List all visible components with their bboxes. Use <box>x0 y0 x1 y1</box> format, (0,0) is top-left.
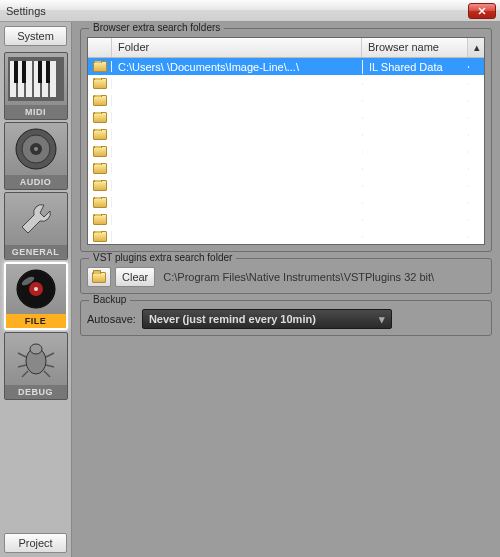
folder-icon <box>92 272 106 283</box>
system-button[interactable]: System <box>4 26 67 46</box>
tab-file[interactable]: FILE <box>4 262 68 330</box>
tab-label: AUDIO <box>5 175 67 189</box>
close-button[interactable] <box>468 3 496 19</box>
titlebar: Settings <box>0 0 500 22</box>
table-row[interactable] <box>88 126 484 143</box>
bug-icon <box>5 333 67 385</box>
browse-folder-button[interactable] <box>87 267 111 287</box>
close-icon <box>478 7 486 15</box>
tab-label: MIDI <box>5 105 67 119</box>
folder-icon <box>93 231 107 242</box>
wrench-icon <box>5 193 67 245</box>
tab-label: DEBUG <box>5 385 67 399</box>
folder-icon <box>93 163 107 174</box>
window-title: Settings <box>6 5 468 17</box>
table-body: C:\Users\ \Documents\Image-Line\...\ IL … <box>88 58 484 244</box>
folder-icon <box>93 146 107 157</box>
svg-rect-3 <box>26 61 32 97</box>
table-row[interactable] <box>88 75 484 92</box>
sidebar: System MIDI AUDIO GENERAL <box>0 22 72 557</box>
table-header: Folder Browser name ▴ <box>88 38 484 58</box>
col-folder[interactable]: Folder <box>112 38 362 57</box>
clear-button[interactable]: Clear <box>115 267 155 287</box>
col-icon[interactable] <box>88 38 112 57</box>
svg-rect-7 <box>14 61 18 83</box>
tab-midi[interactable]: MIDI <box>4 52 68 120</box>
tab-general[interactable]: GENERAL <box>4 192 68 260</box>
project-button[interactable]: Project <box>4 533 67 553</box>
svg-point-14 <box>34 147 38 151</box>
midi-icon <box>5 53 67 105</box>
content-panel: Browser extra search folders Folder Brow… <box>72 22 500 557</box>
scroll-up-button[interactable]: ▴ <box>468 38 484 57</box>
table-row[interactable] <box>88 160 484 177</box>
folder-icon <box>93 180 107 191</box>
tab-audio[interactable]: AUDIO <box>4 122 68 190</box>
folder-icon <box>93 78 107 89</box>
browser-folders-table: Folder Browser name ▴ C:\Users\ \Documen… <box>87 37 485 245</box>
group-legend: Browser extra search folders <box>89 22 224 33</box>
table-row[interactable] <box>88 194 484 211</box>
table-row[interactable] <box>88 143 484 160</box>
folder-icon <box>93 61 107 72</box>
svg-point-18 <box>34 287 38 291</box>
tab-label: GENERAL <box>5 245 67 259</box>
table-row[interactable] <box>88 177 484 194</box>
svg-point-21 <box>30 344 42 354</box>
svg-rect-9 <box>38 61 42 83</box>
group-legend: Backup <box>89 294 130 305</box>
folder-icon <box>93 129 107 140</box>
speaker-icon <box>5 123 67 175</box>
table-row[interactable]: C:\Users\ \Documents\Image-Line\...\ IL … <box>88 58 484 75</box>
folder-icon <box>93 214 107 225</box>
svg-rect-10 <box>46 61 50 83</box>
folder-icon <box>93 95 107 106</box>
svg-rect-6 <box>50 61 56 97</box>
browser-name: IL Shared Data <box>362 60 468 74</box>
vst-path: C:\Program Files\Native Instruments\VSTP… <box>159 271 434 283</box>
col-name[interactable]: Browser name <box>362 38 468 57</box>
tab-debug[interactable]: DEBUG <box>4 332 68 400</box>
disc-icon <box>6 264 66 314</box>
browser-folders-group: Browser extra search folders Folder Brow… <box>80 28 492 252</box>
svg-rect-8 <box>22 61 26 83</box>
autosave-label: Autosave: <box>87 313 136 325</box>
table-row[interactable] <box>88 109 484 126</box>
backup-group: Backup Autosave: Never (just remind ever… <box>80 300 492 336</box>
folder-icon <box>93 197 107 208</box>
folder-path: C:\Users\ \Documents\Image-Line\...\ <box>112 60 362 74</box>
table-row[interactable] <box>88 228 484 244</box>
vst-folder-group: VST plugins extra search folder Clear C:… <box>80 258 492 294</box>
group-legend: VST plugins extra search folder <box>89 252 236 263</box>
table-row[interactable] <box>88 211 484 228</box>
tab-label: FILE <box>6 314 66 328</box>
table-row[interactable] <box>88 92 484 109</box>
autosave-dropdown[interactable]: Never (just remind every 10min) <box>142 309 392 329</box>
folder-icon <box>93 112 107 123</box>
